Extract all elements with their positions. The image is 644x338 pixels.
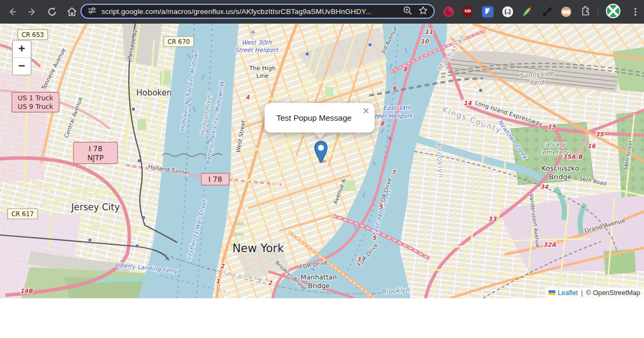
reload-icon[interactable] [46,6,58,18]
exit-number: 5 [372,234,377,241]
exit-number: 35A-B [563,153,583,160]
extension-ublock-shield-icon[interactable]: UD [460,4,475,19]
badge-i78-njtp-1: I 78 [89,144,102,153]
label-kosciuszko-2: Bridge [549,173,572,181]
browser-toolbar: script.google.com/a/macros/greenflux.us/… [0,0,644,24]
exit-number: 8 [403,66,408,73]
extensions-puzzle-icon[interactable] [578,4,592,19]
badge-i78: I 78 [208,175,222,183]
label-calvary-1: Calvary [541,141,566,148]
exit-number: 9 [392,85,397,92]
label-manhattan-bridge-2: Bridge [308,282,330,290]
toolbar-separator [598,6,598,17]
exit-number: 35 [595,131,604,138]
exit-number: 8 [380,120,385,127]
label-east-34th-heliport-2: Street Heliport [369,113,413,120]
map-attribution: Leaflet | © OpenStreetMap [545,288,644,298]
exit-number: 14 [463,100,472,107]
exit-number: 14B [20,288,33,295]
forward-icon[interactable] [26,6,38,18]
exit-number: 4 [245,94,250,101]
site-settings-icon[interactable] [87,6,97,17]
badge-us1-truck: US 1 Truck [18,94,54,102]
label-kosciuszko-1: Kosciuszko [541,164,579,172]
badge-cr617: CR 617 [11,210,34,218]
profile-avatar[interactable] [605,3,621,19]
exit-number: 34 [540,183,549,190]
openstreetmap-link[interactable]: © OpenStreetMap [586,289,640,297]
attribution-separator: | [581,289,583,297]
label-west-30th-heliport-1: West 30th [241,39,272,46]
leaflet-link[interactable]: Leaflet [558,289,578,297]
heliport-plane-icon: ✈ [386,135,394,141]
label-east-34th-heliport-1: East 34th [383,105,412,112]
zoom-control: + − [12,40,32,76]
exit-number: 7 [391,169,396,176]
browser-menu-icon[interactable] [630,4,641,19]
svg-text:UD: UD [464,9,471,13]
leaflet-map[interactable]: CR 653 CR 670 CR 617 US 1 Truck US 9 Tru… [0,24,644,298]
exit-number: 11 [425,28,433,35]
label-manhattan-bridge-1: Manhattan [301,273,336,281]
badge-us9-truck: US 9 Truck [18,102,54,111]
ukraine-flag-icon [548,290,555,295]
popup-close-icon[interactable]: × [362,105,370,116]
bookmark-star-icon[interactable] [418,5,428,18]
exit-number: 3 [356,256,361,263]
popup-message: Test Popup Message [276,113,352,122]
map-popup: Test Popup Message × [265,103,375,133]
extension-braces-icon[interactable] [500,4,515,19]
extension-media-icon[interactable] [441,4,456,19]
label-west-30th-heliport-2: Street Heliport [235,47,279,54]
exit-number: 33 [488,216,497,223]
heliport-plane-icon: ✈ [249,29,257,35]
exit-number: 1 [216,278,220,285]
exit-number: 2 [220,263,225,270]
label-jersey-city: Jersey City [71,202,120,212]
url-bar[interactable]: script.google.com/a/macros/greenflux.us/… [80,4,435,19]
label-high-line-2: Line [257,72,269,79]
zoom-in-button[interactable]: + [13,41,31,58]
home-icon[interactable] [66,6,78,18]
back-icon[interactable] [6,6,18,18]
exit-number: 16 [587,143,596,150]
badge-cr670: CR 670 [167,38,190,46]
badge-cr653: CR 653 [21,31,44,39]
fullscreen-arrows-icon[interactable] [540,4,554,19]
label-hoboken: Hoboken [136,88,172,98]
label-high-line-1: The High [248,65,275,72]
exit-number: 5 [378,203,383,210]
extension-feather-icon[interactable] [519,4,534,19]
extension-face-avatar-icon[interactable] [559,4,573,19]
map-marker[interactable] [314,141,328,163]
extension-password-manager-icon[interactable] [480,4,495,19]
exit-number: 10 [420,38,429,45]
badge-i78-njtp-2: NJTP [87,153,104,162]
label-sunnyside-2: Yard [529,78,545,87]
label-new-york: New York [232,242,284,255]
zoom-page-icon[interactable] [402,5,413,18]
zoom-out-button[interactable]: − [13,58,31,75]
url-text: script.google.com/a/macros/greenflux.us/… [101,8,402,16]
exit-number: 15 [547,123,557,130]
exit-number: 32A [543,241,556,248]
exit-number: 2 [268,280,273,286]
